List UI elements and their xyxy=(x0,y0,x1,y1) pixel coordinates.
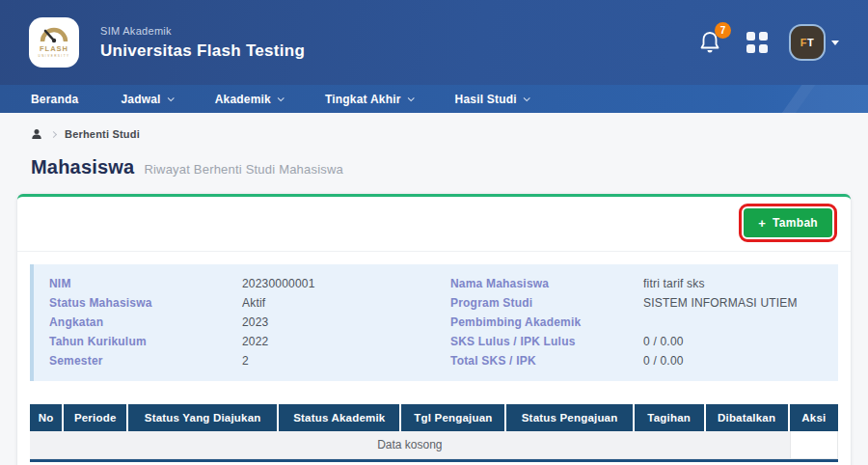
brand-block: SIM Akademik Universitas Flash Testing xyxy=(100,25,305,61)
empty-message: Data kosong xyxy=(30,431,790,459)
chevron-down-icon xyxy=(167,95,174,101)
main-nav: Beranda Jadwal Akademik Tingkat Akhir Ha… xyxy=(0,85,868,113)
info-row-total-sks-ipk: Total SKS / IPK 0 / 0.00 xyxy=(450,354,823,368)
info-label: Pembimbing Akademik xyxy=(450,315,643,329)
nav-item-beranda[interactable]: Beranda xyxy=(31,93,78,106)
info-label: Total SKS / IPK xyxy=(450,354,643,368)
university-logo[interactable]: FLASH UNIVERSITY xyxy=(29,17,79,68)
info-value: fitri tarif sks xyxy=(643,277,823,290)
apps-grid-button[interactable] xyxy=(746,32,768,53)
col-status-yang-diajukan: Status Yang Diajukan xyxy=(128,404,279,431)
card-toolbar: + Tambah xyxy=(17,197,851,252)
grid-square xyxy=(759,32,768,41)
table-header-row: No Periode Status Yang Diajukan Status A… xyxy=(30,404,838,431)
chevron-down-icon xyxy=(831,41,839,45)
info-row-status-mahasiswa: Status Mahasiswa Aktif xyxy=(49,296,421,310)
nav-label: Jadwal xyxy=(121,93,160,106)
col-status-akademik: Status Akademik xyxy=(279,404,401,431)
info-row-nim: NIM 20230000001 xyxy=(49,277,421,290)
empty-row: Data kosong xyxy=(30,431,838,459)
info-label: Angkatan xyxy=(49,315,242,329)
avatar-initial: F xyxy=(800,37,807,48)
student-info-panel: NIM 20230000001 Status Mahasiswa Aktif A… xyxy=(30,264,838,381)
nav-item-akademik[interactable]: Akademik xyxy=(215,93,283,106)
info-value: 2023 xyxy=(242,315,421,329)
notifications-button[interactable]: 7 xyxy=(698,30,723,55)
nav-label: Hasil Studi xyxy=(455,93,517,106)
user-icon[interactable] xyxy=(31,128,42,140)
info-row-tahun-kurikulum: Tahun Kurikulum 2022 xyxy=(49,335,421,348)
app-label: SIM Akademik xyxy=(100,25,305,37)
info-row-program-studi: Program Studi SISTEM INFORMASI UTIEM xyxy=(450,296,823,310)
breadcrumb: Berhenti Studi xyxy=(31,128,851,140)
plus-icon: + xyxy=(758,217,766,230)
svg-text:FLASH: FLASH xyxy=(40,44,68,53)
info-label: Program Studi xyxy=(450,296,643,310)
avatar-initial: T xyxy=(807,37,814,48)
riwayat-table: No Periode Status Yang Diajukan Status A… xyxy=(30,404,838,459)
info-row-nama-mahasiswa: Nama Mahasiswa fitri tarif sks xyxy=(450,277,823,290)
info-value: 20230000001 xyxy=(242,277,421,290)
nav-label: Tingkat Akhir xyxy=(325,93,401,106)
col-tgl-pengajuan: Tgl Pengajuan xyxy=(401,404,506,431)
riwayat-table-wrap: No Periode Status Yang Diajukan Status A… xyxy=(30,404,838,459)
tambah-label: Tambah xyxy=(773,216,818,230)
avatar: FT xyxy=(791,26,824,59)
col-dibatalkan: Dibatalkan xyxy=(706,404,790,431)
info-label: Semester xyxy=(49,354,242,368)
info-row-pembimbing-akademik: Pembimbing Akademik xyxy=(450,315,823,329)
user-menu[interactable]: FT xyxy=(791,26,839,59)
info-label: NIM xyxy=(49,277,242,290)
page-content: Berhenti Studi Mahasiswa Riwayat Berhent… xyxy=(0,113,868,465)
col-status-pengajuan: Status Pengajuan xyxy=(506,404,634,431)
table-bottom-border xyxy=(30,459,838,462)
svg-text:UNIVERSITY: UNIVERSITY xyxy=(38,54,69,58)
breadcrumb-separator xyxy=(50,130,57,137)
info-label: Status Mahasiswa xyxy=(49,296,242,310)
info-value: Aktif xyxy=(242,296,421,310)
info-label: Nama Mahasiswa xyxy=(450,277,643,290)
col-periode: Periode xyxy=(64,404,128,431)
info-row-semester: Semester 2 xyxy=(49,354,421,368)
chevron-down-icon xyxy=(407,95,414,101)
info-row-sks-lulus-ipk-lulus: SKS Lulus / IPK Lulus 0 / 0.00 xyxy=(450,335,823,348)
title-row: Mahasiswa Riwayat Berhenti Studi Mahasis… xyxy=(31,156,851,178)
nav-label: Akademik xyxy=(215,93,271,106)
grid-square xyxy=(746,32,755,41)
col-aksi: Aksi xyxy=(790,404,838,431)
nav-item-tingkat-akhir[interactable]: Tingkat Akhir xyxy=(325,93,413,106)
riwayat-card: + Tambah NIM 20230000001 Status Mahasisw… xyxy=(17,194,851,465)
info-value: 2 xyxy=(242,354,421,368)
breadcrumb-current: Berhenti Studi xyxy=(65,128,140,140)
info-label: Tahun Kurikulum xyxy=(49,335,242,348)
info-row-angkatan: Angkatan 2023 xyxy=(49,315,421,329)
nav-item-jadwal[interactable]: Jadwal xyxy=(121,93,172,106)
notification-count-badge: 7 xyxy=(715,22,731,39)
chevron-down-icon xyxy=(278,95,285,101)
page-subtitle: Riwayat Berhenti Studi Mahasiswa xyxy=(144,162,343,177)
info-value: 0 / 0.00 xyxy=(643,354,823,368)
nav-decoration xyxy=(771,85,868,113)
university-name: Universitas Flash Testing xyxy=(100,41,305,61)
info-value: 2022 xyxy=(242,335,421,348)
col-tagihan: Tagihan xyxy=(635,404,706,431)
info-value: 0 / 0.00 xyxy=(643,335,823,348)
info-value: SISTEM INFORMASI UTIEM xyxy=(643,296,823,310)
empty-aksi-cell xyxy=(790,431,838,459)
grid-square xyxy=(746,44,755,53)
grid-square xyxy=(759,44,768,53)
student-info-right: Nama Mahasiswa fitri tarif sks Program S… xyxy=(450,277,823,368)
page-title: Mahasiswa xyxy=(31,156,134,178)
app-header: FLASH UNIVERSITY SIM Akademik Universita… xyxy=(0,0,868,85)
tambah-button[interactable]: + Tambah xyxy=(744,208,832,237)
col-no: No xyxy=(30,404,64,431)
student-info-left: NIM 20230000001 Status Mahasiswa Aktif A… xyxy=(49,277,421,368)
nav-item-hasil-studi[interactable]: Hasil Studi xyxy=(455,93,529,106)
nav-label: Beranda xyxy=(31,93,78,106)
info-label: SKS Lulus / IPK Lulus xyxy=(450,335,643,348)
flash-gauge-icon: FLASH UNIVERSITY xyxy=(33,21,75,64)
chevron-down-icon xyxy=(523,95,529,101)
